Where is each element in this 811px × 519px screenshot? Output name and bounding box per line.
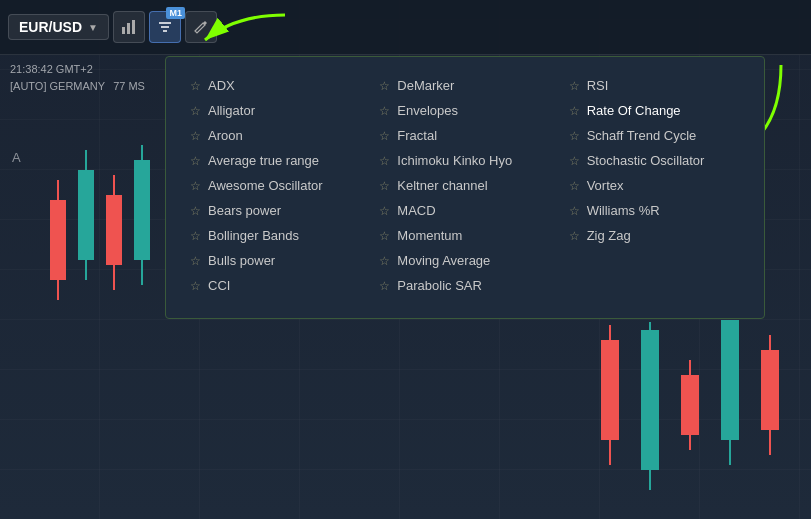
svg-rect-6	[106, 195, 122, 265]
star-icon-schaff[interactable]: ☆	[569, 129, 580, 143]
indicators-column-2: ☆ DeMarker ☆ Envelopes ☆ Fractal ☆ Ichim…	[375, 73, 554, 298]
symbol-label: EUR/USD	[19, 19, 82, 35]
indicator-awesome-osc[interactable]: ☆ Awesome Oscillator	[186, 173, 365, 198]
indicator-demarker[interactable]: ☆ DeMarker	[375, 73, 554, 98]
indicator-aroon-label: Aroon	[208, 128, 243, 143]
indicator-envelopes-label: Envelopes	[397, 103, 458, 118]
indicator-bulls-power[interactable]: ☆ Bulls power	[186, 248, 365, 273]
star-icon-envelopes[interactable]: ☆	[379, 104, 390, 118]
star-icon-momentum[interactable]: ☆	[379, 229, 390, 243]
star-icon-ichimoku[interactable]: ☆	[379, 154, 390, 168]
star-icon-alligator[interactable]: ☆	[190, 104, 201, 118]
svg-rect-24	[761, 350, 779, 430]
symbol-selector[interactable]: EUR/USD ▼	[8, 14, 109, 40]
indicator-bears-power-label: Bears power	[208, 203, 281, 218]
indicators-column-3: ☆ RSI ☆ Rate Of Change ☆ Schaff Trend Cy…	[565, 73, 744, 298]
star-icon-parabolic-sar[interactable]: ☆	[379, 279, 390, 293]
svg-rect-12	[601, 340, 619, 440]
star-icon-stochastic[interactable]: ☆	[569, 154, 580, 168]
svg-rect-27	[122, 27, 125, 34]
star-icon-awesome-osc[interactable]: ☆	[190, 179, 201, 193]
indicator-aroon[interactable]: ☆ Aroon	[186, 123, 365, 148]
toolbar: EUR/USD ▼ M1	[0, 0, 811, 55]
indicators-column-1: ☆ ADX ☆ Alligator ☆ Aroon ☆ Average true…	[186, 73, 365, 298]
indicator-keltner[interactable]: ☆ Keltner channel	[375, 173, 554, 198]
side-label: A	[12, 150, 21, 165]
star-icon-keltner[interactable]: ☆	[379, 179, 390, 193]
indicator-momentum[interactable]: ☆ Momentum	[375, 223, 554, 248]
star-icon-rsi[interactable]: ☆	[569, 79, 580, 93]
indicator-fractal[interactable]: ☆ Fractal	[375, 123, 554, 148]
star-icon-bulls-power[interactable]: ☆	[190, 254, 201, 268]
indicator-envelopes[interactable]: ☆ Envelopes	[375, 98, 554, 123]
indicator-alligator-label: Alligator	[208, 103, 255, 118]
indicator-adx[interactable]: ☆ ADX	[186, 73, 365, 98]
indicator-keltner-label: Keltner channel	[397, 178, 487, 193]
indicator-moving-average-label: Moving Average	[397, 253, 490, 268]
star-icon-cci[interactable]: ☆	[190, 279, 201, 293]
chevron-down-icon: ▼	[88, 22, 98, 33]
svg-rect-21	[721, 320, 739, 440]
bar-chart-icon	[121, 19, 137, 35]
indicator-moving-average[interactable]: ☆ Moving Average	[375, 248, 554, 273]
star-icon-macd[interactable]: ☆	[379, 204, 390, 218]
indicator-demarker-label: DeMarker	[397, 78, 454, 93]
indicator-stochastic[interactable]: ☆ Stochastic Oscillator	[565, 148, 744, 173]
star-icon-zig-zag[interactable]: ☆	[569, 229, 580, 243]
indicator-bollinger[interactable]: ☆ Bollinger Bands	[186, 223, 365, 248]
indicator-awesome-osc-label: Awesome Oscillator	[208, 178, 323, 193]
indicators-dropdown: ☆ ADX ☆ Alligator ☆ Aroon ☆ Average true…	[165, 56, 765, 319]
indicator-bears-power[interactable]: ☆ Bears power	[186, 198, 365, 223]
indicator-zig-zag[interactable]: ☆ Zig Zag	[565, 223, 744, 248]
indicator-schaff[interactable]: ☆ Schaff Trend Cycle	[565, 123, 744, 148]
indicator-parabolic-sar[interactable]: ☆ Parabolic SAR	[375, 273, 554, 298]
indicator-rsi-label: RSI	[587, 78, 609, 93]
star-icon-aroon[interactable]: ☆	[190, 129, 201, 143]
indicator-cci[interactable]: ☆ CCI	[186, 273, 365, 298]
star-icon-bollinger[interactable]: ☆	[190, 229, 201, 243]
star-icon-atr[interactable]: ☆	[190, 154, 201, 168]
indicator-atr[interactable]: ☆ Average true range	[186, 148, 365, 173]
indicator-williams-label: Williams %R	[587, 203, 660, 218]
info-bar: 21:38:42 GMT+2 [AUTO] GERMANY 77 MS	[0, 55, 155, 100]
indicator-williams[interactable]: ☆ Williams %R	[565, 198, 744, 223]
indicator-vortex-label: Vortex	[587, 178, 624, 193]
star-icon-demarker[interactable]: ☆	[379, 79, 390, 93]
arrow-top-indicator	[175, 5, 295, 60]
indicator-ichimoku-label: Ichimoku Kinko Hyo	[397, 153, 512, 168]
indicator-stochastic-label: Stochastic Oscillator	[587, 153, 705, 168]
star-icon-fractal[interactable]: ☆	[379, 129, 390, 143]
indicator-alligator[interactable]: ☆ Alligator	[186, 98, 365, 123]
indicator-rate-of-change[interactable]: ☆ Rate Of Change	[565, 98, 744, 123]
indicator-rate-of-change-label: Rate Of Change	[587, 103, 681, 118]
indicator-ichimoku[interactable]: ☆ Ichimoku Kinko Hyo	[375, 148, 554, 173]
mode-display: [AUTO] GERMANY	[10, 78, 105, 95]
indicator-macd-label: MACD	[397, 203, 435, 218]
candlesticks-left	[40, 140, 180, 420]
indicator-schaff-label: Schaff Trend Cycle	[587, 128, 697, 143]
star-icon-vortex[interactable]: ☆	[569, 179, 580, 193]
indicator-bulls-power-label: Bulls power	[208, 253, 275, 268]
indicator-macd[interactable]: ☆ MACD	[375, 198, 554, 223]
svg-rect-29	[132, 20, 135, 34]
svg-rect-18	[681, 375, 699, 435]
indicator-adx-label: ADX	[208, 78, 235, 93]
star-icon-bears-power[interactable]: ☆	[190, 204, 201, 218]
candlesticks-right	[591, 320, 811, 519]
chart-type-button[interactable]	[113, 11, 145, 43]
indicator-vortex[interactable]: ☆ Vortex	[565, 173, 744, 198]
svg-rect-0	[50, 200, 66, 280]
indicator-rsi[interactable]: ☆ RSI	[565, 73, 744, 98]
svg-rect-9	[134, 160, 150, 260]
time-display: 21:38:42 GMT+2	[10, 61, 145, 78]
star-icon-williams[interactable]: ☆	[569, 204, 580, 218]
star-icon-moving-average[interactable]: ☆	[379, 254, 390, 268]
filter-icon	[157, 19, 173, 35]
star-icon-rate-of-change[interactable]: ☆	[569, 104, 580, 118]
indicator-zig-zag-label: Zig Zag	[587, 228, 631, 243]
indicator-fractal-label: Fractal	[397, 128, 437, 143]
star-icon-adx[interactable]: ☆	[190, 79, 201, 93]
indicator-momentum-label: Momentum	[397, 228, 462, 243]
indicator-parabolic-sar-label: Parabolic SAR	[397, 278, 482, 293]
indicator-atr-label: Average true range	[208, 153, 319, 168]
